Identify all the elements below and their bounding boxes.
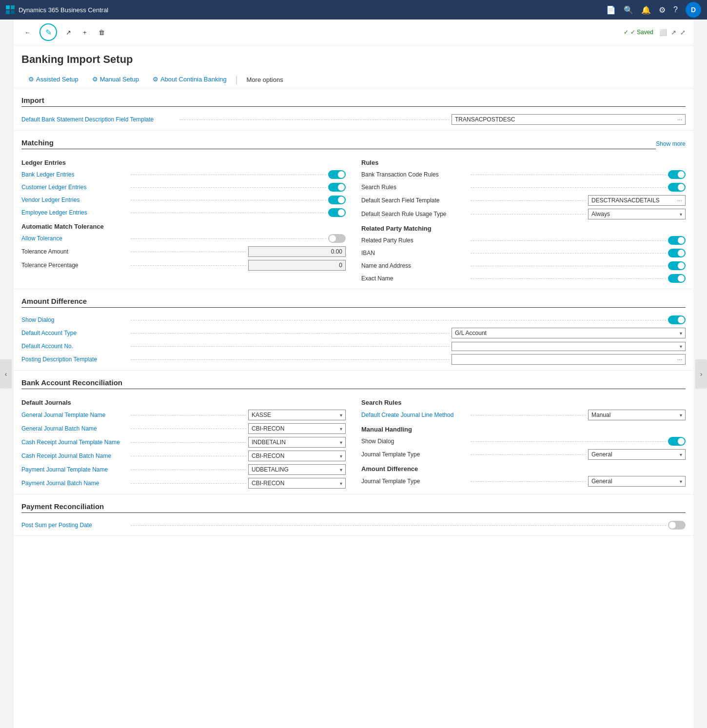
manual-handling-show-dialog-toggle[interactable] [668,437,686,446]
gear-icon[interactable]: ⚙ [659,5,666,15]
employee-ledger-entries-label[interactable]: Employee Ledger Entries [21,209,129,216]
amount-diff-title: Amount Difference [361,465,686,472]
general-journal-template-dropdown[interactable]: KASSE ▾ [248,410,346,420]
bank-ledger-entries-label[interactable]: Bank Ledger Entries [21,171,129,178]
amount-diff-journal-template-dropdown[interactable]: General ▾ [588,476,686,487]
default-create-journal-line-dropdown[interactable]: Manual ▾ [588,410,686,420]
tab-assisted-setup[interactable]: ⚙ Assisted Setup [21,72,85,88]
svg-rect-2 [6,10,10,14]
amount-diff-show-dialog-label[interactable]: Show Dialog [21,316,129,323]
text-input-dots-icon[interactable]: ··· [677,116,682,123]
back-button[interactable]: ← [21,27,34,38]
related-party-rules-toggle[interactable] [668,236,686,245]
vendor-ledger-entries-toggle[interactable] [328,196,346,204]
share-icon: ↗ [66,29,71,36]
posting-description-template-input[interactable]: ··· [452,354,686,365]
delete-button[interactable]: 🗑 [96,27,108,38]
dots [471,481,586,482]
general-journal-batch-label[interactable]: General Journal Batch Name [21,425,129,432]
share-button[interactable]: ↗ [63,27,74,38]
chevron-down-icon: ▾ [340,426,342,432]
dots [131,333,450,334]
expand-view-icon[interactable]: ↗ [671,29,676,36]
bell-icon[interactable]: 🔔 [641,5,651,15]
bank-account-reconciliation-title: Bank Account Reconciliation [21,378,686,389]
payment-journal-template-row: Payment Journal Template Name UDBETALING… [21,463,346,476]
tablet-view-icon[interactable]: ⬜ [659,29,667,36]
search-rules-toggle[interactable] [668,183,686,192]
name-and-address-toggle[interactable] [668,261,686,270]
document-icon[interactable]: 📄 [606,5,616,15]
cash-receipt-template-label[interactable]: Cash Receipt Journal Template Name [21,439,129,446]
cash-receipt-template-dropdown[interactable]: INDBETALIN ▾ [248,437,346,448]
default-account-type-label[interactable]: Default Account Type [21,330,129,336]
exact-name-toggle[interactable] [668,274,686,283]
default-bank-statement-label[interactable]: Default Bank Statement Description Field… [21,116,177,123]
search-rules-title: Search Rules [361,399,686,406]
bank-transaction-code-rules-toggle[interactable] [668,170,686,179]
post-sum-per-posting-date-label[interactable]: Post Sum per Posting Date [21,522,129,529]
fullscreen-icon[interactable]: ⤢ [680,29,686,36]
add-button[interactable]: + [80,27,90,38]
right-chevron[interactable]: › [695,359,707,389]
content-area: ← ✎ ↗ + 🗑 ✓ ✓ Saved ⬜ ↗ ⤢ Bank [14,20,693,728]
left-chevron[interactable]: ‹ [0,359,12,389]
tab-more-options[interactable]: More options [240,72,290,87]
default-account-no-row: Default Account No. ▾ [21,340,686,353]
cash-receipt-template-row: Cash Receipt Journal Template Name INDBE… [21,435,346,449]
cash-receipt-batch-dropdown[interactable]: CBI-RECON ▾ [248,451,346,461]
dots [131,415,246,415]
dots [131,238,326,239]
payment-journal-batch-label[interactable]: Payment Journal Batch Name [21,480,129,487]
dots [131,187,326,188]
show-more-link[interactable]: Show more [656,140,686,147]
manual-handling-journal-template-dropdown[interactable]: General ▾ [588,449,686,460]
text-dots-icon[interactable]: ··· [677,197,682,204]
manual-handling-show-dialog-label: Show Dialog [361,438,469,445]
related-party-rules-label: Related Party Rules [361,237,469,244]
default-search-rule-usage-dropdown[interactable]: Always ▾ [588,209,686,219]
bank-recon-columns: Default Journals General Journal Templat… [21,395,686,490]
bank-statement-input[interactable]: TRANSACPOSTDESC ··· [452,114,686,125]
svg-rect-1 [11,5,15,9]
default-search-field-template-input[interactable]: DESCTRANSACDETAILS ··· [588,195,686,206]
default-account-type-dropdown[interactable]: G/L Account ▾ [452,328,686,338]
default-account-no-dropdown[interactable]: ▾ [452,342,686,351]
payment-journal-template-label[interactable]: Payment Journal Template Name [21,466,129,473]
tab-manual-setup[interactable]: ⚙ Manual Setup [85,72,146,88]
manual-handling-show-dialog-row: Show Dialog [361,435,686,448]
dots [471,454,586,455]
tab-about-continia[interactable]: ⚙ About Continia Banking [146,72,234,88]
posting-description-template-label[interactable]: Posting Description Template [21,356,129,363]
tolerance-percentage-input[interactable] [248,260,346,271]
iban-toggle[interactable] [668,249,686,257]
default-account-no-label[interactable]: Default Account No. [21,343,129,350]
allow-tolerance-label[interactable]: Allow Tolerance [21,235,129,242]
payment-journal-batch-dropdown[interactable]: CBI-RECON ▾ [248,478,346,489]
tab-separator: | [234,75,240,85]
edit-icon[interactable]: ✎ [39,23,57,41]
rules-title: Rules [361,159,686,166]
allow-tolerance-toggle[interactable] [328,234,346,243]
name-and-address-label: Name and Address [361,262,469,269]
customer-ledger-entries-label[interactable]: Customer Ledger Entries [21,184,129,191]
general-journal-template-row: General Journal Template Name KASSE ▾ [21,408,346,422]
payment-journal-template-dropdown[interactable]: UDBETALING ▾ [248,464,346,475]
general-journal-template-label[interactable]: General Journal Template Name [21,412,129,418]
cash-receipt-batch-label[interactable]: Cash Receipt Journal Batch Name [21,453,129,459]
text-dots-icon[interactable]: ··· [677,356,682,363]
customer-ledger-entries-toggle[interactable] [328,183,346,192]
amount-diff-show-dialog-toggle[interactable] [668,315,686,324]
search-icon[interactable]: 🔍 [624,5,633,15]
cash-receipt-batch-row: Cash Receipt Journal Batch Name CBI-RECO… [21,449,346,463]
bank-ledger-entries-toggle[interactable] [328,170,346,179]
general-journal-batch-dropdown[interactable]: CBI-RECON ▾ [248,423,346,434]
post-sum-per-posting-date-toggle[interactable] [668,521,686,530]
field-dots [179,119,450,120]
help-icon[interactable]: ? [673,5,678,14]
employee-ledger-entries-toggle[interactable] [328,208,346,217]
tolerance-amount-input[interactable] [248,246,346,257]
ledger-entries-title: Ledger Entries [21,159,346,166]
vendor-ledger-entries-label[interactable]: Vendor Ledger Entries [21,197,129,203]
avatar[interactable]: D [686,2,701,18]
